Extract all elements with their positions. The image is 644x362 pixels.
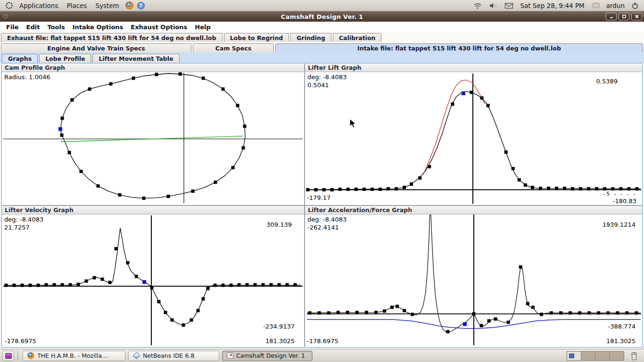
axis-label: -180.83 <box>613 197 636 205</box>
window-title: Camshaft Design Ver. 1 <box>281 13 363 20</box>
axis-label: -5 - - - - <box>603 191 636 197</box>
axis-label: -234.9137 <box>263 323 295 330</box>
tab-row-specs: Engine And Valve Train SpecsCam SpecsInt… <box>0 42 644 52</box>
graph-title: Cam Profile Graph <box>2 64 304 72</box>
tab-graphs[interactable]: Graphs <box>2 54 38 63</box>
firefox-icon <box>27 352 34 359</box>
graph-readouts: Radius: 1.0046 <box>4 73 50 81</box>
readout-line: deg: -8.4083 <box>307 73 347 81</box>
cam-profile-panel: Cam Profile Graph Radius: 1.0046 <box>2 64 304 205</box>
tab-engine-and-valve-train-specs[interactable]: Engine And Valve Train Specs <box>1 43 191 52</box>
axis-label: -179.17 <box>307 194 330 201</box>
readout-line: Radius: 1.0046 <box>4 73 50 81</box>
axis-label: 0.5389 <box>596 78 618 85</box>
tab-intake-file[interactable]: Intake file: flat tappet 515 lift 430 li… <box>275 43 643 52</box>
mail-icon[interactable] <box>504 1 514 10</box>
axis-label: -178.6975 <box>307 337 339 345</box>
distro-logo-icon[interactable] <box>4 1 14 10</box>
show-desktop-icon <box>5 353 12 359</box>
lifter-lift-plot[interactable]: deg: -8.40830.5041 0.5389-179.17-5 - - -… <box>305 72 642 205</box>
task-netbeans[interactable]: NetBeans IDE 6.8 <box>128 351 219 361</box>
firefox-icon <box>125 1 133 9</box>
envelope-glyph <box>504 2 513 9</box>
taskbar: THE H.A.M.B. - Mozilla...NetBeans IDE 6.… <box>0 349 644 362</box>
volume-icon[interactable] <box>488 1 498 10</box>
tab-lobe-to-regrind[interactable]: Lobe to Regrind <box>224 33 289 42</box>
help-icon: ? <box>137 2 145 9</box>
maximize-icon <box>622 14 627 19</box>
clock[interactable]: Sat Sep 28, 9:44 PM <box>519 2 585 9</box>
menu-tools[interactable]: Tools <box>43 23 68 32</box>
readout-line: deg: -8.4083 <box>4 215 43 223</box>
panel-menu-places[interactable]: Places <box>62 1 91 10</box>
tab-calibration[interactable]: Calibration <box>333 33 381 42</box>
graph-readouts: deg: -8.40830.5041 <box>307 73 347 89</box>
menu-exhaust-options[interactable]: Exhaust Options <box>127 23 191 32</box>
menubar: FileEditToolsIntake OptionsExhaust Optio… <box>0 22 644 32</box>
firefox-launcher-icon[interactable] <box>124 1 135 10</box>
lifter-velocity-plot[interactable]: deg: -8.408321.7257 309.139-234.9137-178… <box>2 214 304 347</box>
tab-lobe-profile[interactable]: Lobe Profile <box>39 54 91 63</box>
titlebar[interactable]: Camshaft Design Ver. 1 <box>0 11 644 22</box>
chat-status-icon[interactable] <box>591 1 601 10</box>
task-camshaft-design[interactable]: Camshaft Design Ver. 1 <box>222 351 313 361</box>
readout-line: 0.5041 <box>307 81 347 89</box>
window-icon <box>3 14 8 18</box>
axis-label: 181.3025 <box>606 337 636 345</box>
tab-cam-specs[interactable]: Cam Specs <box>193 43 274 52</box>
user-menu[interactable]: ardun <box>606 2 625 9</box>
axis-label: 181.3025 <box>265 337 295 345</box>
mouse-cursor <box>349 118 356 129</box>
power-icon[interactable] <box>630 1 640 10</box>
task-button-label: NetBeans IDE 6.8 <box>143 352 194 359</box>
lifter-lift-panel: Lifter Lift Graph deg: -8.40830.5041 0.5… <box>305 64 642 205</box>
workspace-4[interactable] <box>610 352 624 360</box>
tab-row-views: GraphsLobe ProfileLifter Movement Table <box>0 52 644 63</box>
minimize-icon <box>609 14 614 19</box>
axis-label: 1939.1214 <box>603 221 636 228</box>
tab-exhaust-file[interactable]: Exhaust file: flat tappet 515 lift 430 l… <box>1 33 223 42</box>
cam-profile-plot[interactable]: Radius: 1.0046 <box>2 72 304 205</box>
taskbar-handle <box>17 352 19 360</box>
trash-icon[interactable] <box>630 351 638 361</box>
panel-menu-applications[interactable]: Applications <box>15 1 62 10</box>
speaker-glyph <box>489 2 497 9</box>
workspace-2[interactable] <box>581 352 595 360</box>
lifter-acceleration-canvas <box>305 214 642 347</box>
panel-menu-system[interactable]: System <box>91 1 123 10</box>
menu-edit[interactable]: Edit <box>23 23 44 32</box>
camshaft-app-window: Camshaft Design Ver. 1 FileEditToolsInta… <box>0 11 644 349</box>
show-desktop-button[interactable] <box>2 351 14 361</box>
workspace-3[interactable] <box>595 352 610 360</box>
graph-readouts: deg: -8.4083-262.4141 <box>307 215 347 231</box>
help-launcher-icon[interactable]: ? <box>136 1 146 10</box>
graph-title: Lifter Velocity Graph <box>2 206 304 214</box>
distro-logo-glyph <box>5 1 13 9</box>
menu-intake-options[interactable]: Intake Options <box>69 23 127 32</box>
camshaft-icon <box>227 353 233 359</box>
minimize-button[interactable] <box>606 13 617 20</box>
workspace-window-icon <box>569 354 574 358</box>
lifter-velocity-panel: Lifter Velocity Graph deg: -8.408321.725… <box>2 206 304 347</box>
lifter-velocity-canvas <box>2 214 304 347</box>
maximize-button[interactable] <box>619 13 629 20</box>
tab-grinding[interactable]: Grinding <box>290 33 331 42</box>
workspace-1[interactable] <box>567 352 581 360</box>
close-icon <box>635 14 639 19</box>
wifi-glyph <box>473 2 482 9</box>
workspace-switcher <box>567 351 624 361</box>
lifter-acceleration-plot[interactable]: deg: -8.4083-262.4141 1939.1214-388.774-… <box>305 214 642 347</box>
axis-label: -178.6975 <box>5 337 36 345</box>
network-icon[interactable] <box>472 1 483 10</box>
tab-lifter-movement-table[interactable]: Lifter Movement Table <box>92 54 179 63</box>
axis-label: 309.139 <box>266 221 292 228</box>
graph-readouts: deg: -8.408321.7257 <box>4 215 43 231</box>
chat-bubble-icon <box>592 3 600 8</box>
close-button[interactable] <box>631 13 642 20</box>
menu-file[interactable]: File <box>2 23 23 32</box>
task-button-label: THE H.A.M.B. - Mozilla... <box>37 352 107 359</box>
menu-help[interactable]: Help <box>191 23 214 32</box>
task-hamb-firefox[interactable]: THE H.A.M.B. - Mozilla... <box>23 351 125 361</box>
top-panel: ApplicationsPlacesSystem ? Sat Sep <box>0 0 644 11</box>
graph-title: Lifter Lift Graph <box>305 64 642 72</box>
